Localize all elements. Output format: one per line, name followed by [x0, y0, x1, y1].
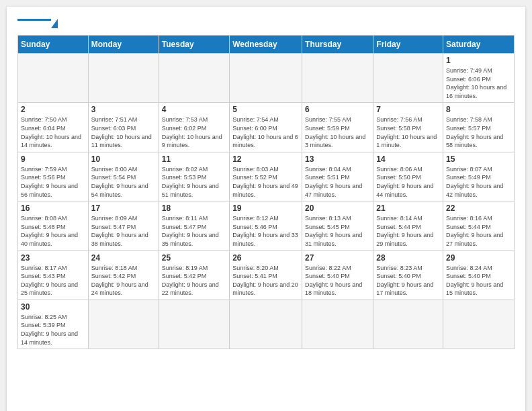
- day-number: 19: [232, 203, 299, 213]
- day-number: 25: [162, 253, 226, 263]
- day-info: Sunrise: 8:13 AM Sunset: 5:45 PM Dayligh…: [305, 214, 370, 248]
- day-info: Sunrise: 7:49 AM Sunset: 6:06 PM Dayligh…: [446, 66, 511, 100]
- calendar-cell: 7Sunrise: 7:56 AM Sunset: 5:58 PM Daylig…: [373, 103, 443, 152]
- day-number: 2: [21, 105, 85, 114]
- day-number: 4: [162, 105, 226, 114]
- calendar-cell: 10Sunrise: 8:00 AM Sunset: 5:54 PM Dayli…: [88, 152, 159, 201]
- calendar-week-1: 1Sunrise: 7:49 AM Sunset: 6:06 PM Daylig…: [18, 54, 515, 103]
- day-info: Sunrise: 7:53 AM Sunset: 6:02 PM Dayligh…: [162, 116, 226, 149]
- day-number: 28: [376, 253, 440, 263]
- day-info: Sunrise: 8:24 AM Sunset: 5:40 PM Dayligh…: [446, 264, 511, 298]
- day-number: 6: [305, 105, 370, 114]
- day-number: 11: [162, 154, 226, 164]
- day-info: Sunrise: 8:09 AM Sunset: 5:47 PM Dayligh…: [91, 214, 156, 248]
- day-header-wednesday: Wednesday: [230, 36, 302, 54]
- day-number: 8: [446, 105, 511, 114]
- calendar-cell: [373, 300, 443, 349]
- day-info: Sunrise: 8:19 AM Sunset: 5:42 PM Dayligh…: [162, 264, 226, 298]
- day-info: Sunrise: 7:51 AM Sunset: 6:03 PM Dayligh…: [91, 116, 156, 149]
- day-info: Sunrise: 7:59 AM Sunset: 5:56 PM Dayligh…: [21, 165, 85, 199]
- day-number: 16: [21, 203, 85, 213]
- calendar-cell: [230, 54, 302, 103]
- day-info: Sunrise: 8:12 AM Sunset: 5:46 PM Dayligh…: [232, 214, 299, 248]
- calendar-cell: 6Sunrise: 7:55 AM Sunset: 5:59 PM Daylig…: [302, 103, 373, 152]
- day-number: 15: [446, 154, 511, 164]
- day-header-monday: Monday: [88, 36, 159, 54]
- day-info: Sunrise: 7:55 AM Sunset: 5:59 PM Dayligh…: [305, 116, 370, 149]
- day-header-tuesday: Tuesday: [159, 36, 229, 54]
- day-info: Sunrise: 7:56 AM Sunset: 5:58 PM Dayligh…: [376, 116, 440, 149]
- calendar-cell: 2Sunrise: 7:50 AM Sunset: 6:04 PM Daylig…: [18, 103, 89, 152]
- day-info: Sunrise: 8:04 AM Sunset: 5:51 PM Dayligh…: [305, 165, 370, 199]
- logo: [17, 17, 58, 28]
- day-info: Sunrise: 8:22 AM Sunset: 5:40 PM Dayligh…: [305, 264, 370, 298]
- day-number: 9: [21, 154, 85, 164]
- calendar-cell: 26Sunrise: 8:20 AM Sunset: 5:41 PM Dayli…: [230, 250, 302, 300]
- calendar-cell: 3Sunrise: 7:51 AM Sunset: 6:03 PM Daylig…: [88, 103, 159, 152]
- day-number: 27: [305, 253, 370, 263]
- day-header-thursday: Thursday: [302, 36, 373, 54]
- day-number: 20: [305, 203, 370, 213]
- calendar-week-3: 9Sunrise: 7:59 AM Sunset: 5:56 PM Daylig…: [18, 152, 515, 201]
- day-info: Sunrise: 8:02 AM Sunset: 5:53 PM Dayligh…: [162, 165, 226, 199]
- calendar-cell: 25Sunrise: 8:19 AM Sunset: 5:42 PM Dayli…: [159, 250, 229, 300]
- day-info: Sunrise: 7:58 AM Sunset: 5:57 PM Dayligh…: [446, 116, 511, 149]
- calendar-cell: 28Sunrise: 8:23 AM Sunset: 5:40 PM Dayli…: [373, 250, 443, 300]
- day-number: 17: [91, 203, 156, 213]
- day-number: 22: [446, 203, 511, 213]
- day-info: Sunrise: 8:00 AM Sunset: 5:54 PM Dayligh…: [91, 165, 156, 199]
- day-number: 23: [21, 253, 85, 263]
- day-info: Sunrise: 8:08 AM Sunset: 5:48 PM Dayligh…: [21, 214, 85, 248]
- day-header-sunday: Sunday: [18, 36, 89, 54]
- day-number: 10: [91, 154, 156, 164]
- calendar-table: SundayMondayTuesdayWednesdayThursdayFrid…: [17, 35, 515, 349]
- day-info: Sunrise: 8:25 AM Sunset: 5:39 PM Dayligh…: [21, 313, 85, 347]
- day-number: 18: [162, 203, 226, 213]
- day-number: 26: [232, 253, 299, 263]
- day-number: 12: [232, 154, 299, 164]
- calendar-cell: [302, 54, 373, 103]
- day-number: 30: [21, 302, 85, 312]
- calendar-cell: [88, 300, 159, 349]
- day-number: 1: [446, 56, 511, 65]
- calendar-cell: 16Sunrise: 8:08 AM Sunset: 5:48 PM Dayli…: [18, 201, 89, 250]
- calendar-cell: 20Sunrise: 8:13 AM Sunset: 5:45 PM Dayli…: [302, 201, 373, 250]
- header-section: [17, 17, 515, 28]
- calendar-cell: 15Sunrise: 8:07 AM Sunset: 5:49 PM Dayli…: [443, 152, 515, 201]
- day-info: Sunrise: 8:17 AM Sunset: 5:43 PM Dayligh…: [21, 264, 85, 298]
- day-info: Sunrise: 8:18 AM Sunset: 5:42 PM Dayligh…: [91, 264, 156, 298]
- calendar-cell: 19Sunrise: 8:12 AM Sunset: 5:46 PM Dayli…: [230, 201, 302, 250]
- calendar-cell: 21Sunrise: 8:14 AM Sunset: 5:44 PM Dayli…: [373, 201, 443, 250]
- day-number: 29: [446, 253, 511, 263]
- day-number: 14: [376, 154, 440, 164]
- calendar-week-5: 23Sunrise: 8:17 AM Sunset: 5:43 PM Dayli…: [18, 250, 515, 300]
- calendar-cell: 29Sunrise: 8:24 AM Sunset: 5:40 PM Dayli…: [443, 250, 515, 300]
- calendar-cell: 30Sunrise: 8:25 AM Sunset: 5:39 PM Dayli…: [18, 300, 89, 349]
- calendar-cell: [302, 300, 373, 349]
- calendar-cell: [88, 54, 159, 103]
- calendar-cell: 5Sunrise: 7:54 AM Sunset: 6:00 PM Daylig…: [230, 103, 302, 152]
- day-number: 7: [376, 105, 440, 114]
- calendar-cell: 17Sunrise: 8:09 AM Sunset: 5:47 PM Dayli…: [88, 201, 159, 250]
- calendar-week-2: 2Sunrise: 7:50 AM Sunset: 6:04 PM Daylig…: [18, 103, 515, 152]
- day-info: Sunrise: 8:11 AM Sunset: 5:47 PM Dayligh…: [162, 214, 226, 248]
- day-number: 5: [232, 105, 299, 114]
- calendar-cell: 18Sunrise: 8:11 AM Sunset: 5:47 PM Dayli…: [159, 201, 229, 250]
- day-info: Sunrise: 7:54 AM Sunset: 6:00 PM Dayligh…: [232, 116, 299, 149]
- calendar-cell: 24Sunrise: 8:18 AM Sunset: 5:42 PM Dayli…: [88, 250, 159, 300]
- calendar-cell: 27Sunrise: 8:22 AM Sunset: 5:40 PM Dayli…: [302, 250, 373, 300]
- day-info: Sunrise: 8:16 AM Sunset: 5:44 PM Dayligh…: [446, 214, 511, 248]
- day-info: Sunrise: 8:14 AM Sunset: 5:44 PM Dayligh…: [376, 214, 440, 248]
- calendar-container: SundayMondayTuesdayWednesdayThursdayFrid…: [7, 7, 525, 411]
- calendar-cell: 23Sunrise: 8:17 AM Sunset: 5:43 PM Dayli…: [18, 250, 89, 300]
- day-header-friday: Friday: [373, 36, 443, 54]
- calendar-cell: 8Sunrise: 7:58 AM Sunset: 5:57 PM Daylig…: [443, 103, 515, 152]
- header-row: SundayMondayTuesdayWednesdayThursdayFrid…: [18, 36, 515, 54]
- calendar-cell: 22Sunrise: 8:16 AM Sunset: 5:44 PM Dayli…: [443, 201, 515, 250]
- day-info: Sunrise: 8:23 AM Sunset: 5:40 PM Dayligh…: [376, 264, 440, 298]
- calendar-cell: [373, 54, 443, 103]
- calendar-cell: 14Sunrise: 8:06 AM Sunset: 5:50 PM Dayli…: [373, 152, 443, 201]
- day-info: Sunrise: 8:06 AM Sunset: 5:50 PM Dayligh…: [376, 165, 440, 199]
- calendar-cell: 11Sunrise: 8:02 AM Sunset: 5:53 PM Dayli…: [159, 152, 229, 201]
- calendar-cell: [230, 300, 302, 349]
